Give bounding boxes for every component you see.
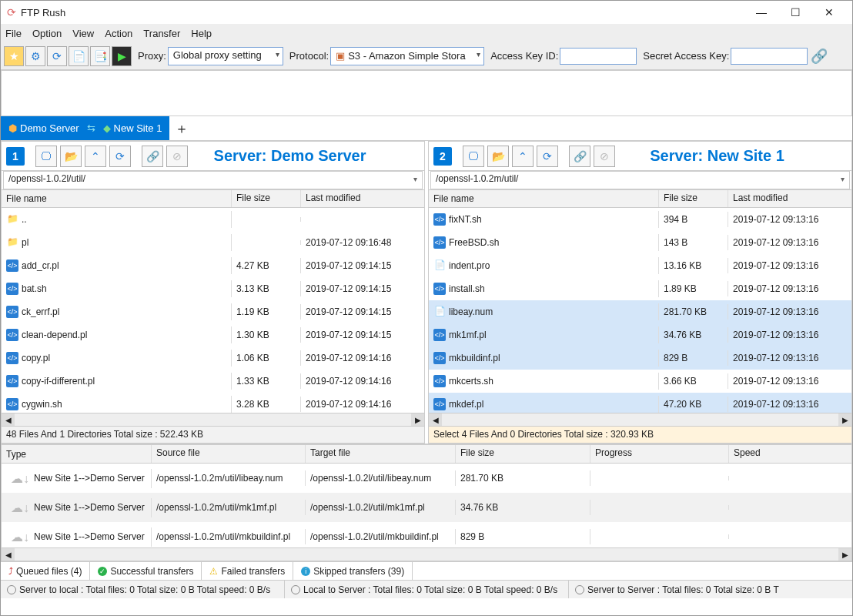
file-row[interactable]: </>mk1mf.pl34.76 KB2019-07-12 09:13:16: [429, 323, 851, 346]
close-button[interactable]: ✕: [812, 2, 846, 23]
queue-hscroll[interactable]: ◀▶: [2, 547, 851, 561]
menu-transfer[interactable]: Transfer: [143, 28, 180, 39]
pane-left-title: Server: Demo Server: [191, 147, 420, 165]
sync-icon: ⇆: [87, 122, 95, 134]
settings-icon[interactable]: ⚙: [25, 46, 45, 66]
disable-icon[interactable]: ⊘: [166, 146, 188, 167]
file-row[interactable]: </>clean-depend.pl1.30 KB2019-07-12 09:1…: [2, 323, 424, 346]
menu-action[interactable]: Action: [105, 28, 132, 39]
terminal-icon[interactable]: ▶: [112, 46, 132, 66]
file-modified: 2019-07-12 09:13:16: [728, 350, 851, 366]
qcol-speed[interactable]: Speed: [729, 445, 851, 463]
link-icon[interactable]: 🔗: [569, 146, 590, 167]
tab-connection[interactable]: ⬢ Demo Server ⇆ ◆ New Site 1: [1, 116, 169, 140]
menu-file[interactable]: File: [5, 28, 22, 39]
secret-key-input[interactable]: [731, 48, 808, 65]
document-icon[interactable]: 📄: [69, 46, 89, 66]
file-row[interactable]: 📁pl2019-07-12 09:16:48: [2, 231, 424, 254]
protocol-select[interactable]: ▣ S3 - Amazon Simple Stora: [330, 47, 484, 65]
file-row[interactable]: 📄libeay.num281.70 KB2019-07-12 09:13:16: [429, 300, 851, 323]
file-name: indent.pro: [449, 260, 490, 271]
connect-icon[interactable]: 🔗: [809, 46, 829, 66]
col-filename[interactable]: File name: [429, 190, 659, 207]
file-row[interactable]: </>mkbuildinf.pl829 B2019-07-12 09:13:16: [429, 346, 851, 370]
file-name: pl: [22, 237, 28, 248]
refresh-pane-icon[interactable]: ⟳: [537, 146, 558, 167]
refresh-pane-icon[interactable]: ⟳: [109, 146, 131, 167]
file-name: FreeBSD.sh: [449, 237, 499, 248]
monitor-icon[interactable]: 🖵: [35, 146, 57, 167]
menu-view[interactable]: View: [72, 28, 94, 39]
col-modified[interactable]: Last modified: [301, 190, 424, 207]
pane-left-filelist[interactable]: 📁..📁pl2019-07-12 09:16:48</>add_cr.pl4.2…: [2, 208, 424, 413]
menu-help[interactable]: Help: [191, 28, 212, 39]
file-row[interactable]: </>mkcerts.sh3.66 KB2019-07-12 09:13:16: [429, 370, 851, 393]
file-row[interactable]: </>copy-if-different.pl1.33 KB2019-07-12…: [2, 370, 424, 393]
file-row[interactable]: 📄indent.pro13.16 KB2019-07-12 09:13:16: [429, 254, 851, 277]
link-icon[interactable]: 🔗: [142, 146, 163, 167]
file-row[interactable]: </>cygwin.sh3.28 KB2019-07-12 09:14:16: [2, 393, 424, 413]
menu-option[interactable]: Option: [32, 28, 62, 39]
file-row[interactable]: </>copy.pl1.06 KB2019-07-12 09:14:16: [2, 346, 424, 370]
file-size: 143 B: [659, 235, 728, 250]
pane-right: 2 🖵 📂 ⌃ ⟳ 🔗 ⊘ Server: New Site 1 /openss…: [428, 141, 852, 444]
favorite-icon[interactable]: ★: [4, 46, 24, 66]
qcol-src[interactable]: Source file: [152, 445, 306, 463]
minimize-button[interactable]: —: [744, 2, 778, 23]
qcol-prog[interactable]: Progress: [590, 445, 729, 463]
tab-skipped[interactable]: iSkipped transfers (39): [293, 562, 413, 580]
tab-success[interactable]: ✓Successful transfers: [90, 562, 202, 580]
file-row[interactable]: </>mkdef.pl47.20 KB2019-07-12 09:13:16: [429, 393, 851, 413]
file-size: [232, 217, 301, 222]
folder-open-icon[interactable]: 📂: [487, 146, 509, 167]
col-modified[interactable]: Last modified: [728, 190, 851, 207]
file-size: [232, 240, 301, 245]
pane-right-filelist[interactable]: </>fixNT.sh394 B2019-07-12 09:13:16</>Fr…: [429, 208, 851, 413]
file-row[interactable]: </>ck_errf.pl1.19 KB2019-07-12 09:14:15: [2, 300, 424, 323]
pane-right-path[interactable]: /openssl-1.0.2m/util/: [430, 171, 850, 189]
status-footer: Server to local : Total files: 0 Total s…: [1, 580, 852, 598]
file-type-icon: 📄: [433, 259, 446, 272]
file-row[interactable]: </>add_cr.pl4.27 KB2019-07-12 09:14:15: [2, 254, 424, 277]
access-key-input[interactable]: [560, 48, 637, 65]
queue-row[interactable]: ☁↓New Site 1-->Demo Server/openssl-1.0.2…: [2, 522, 851, 547]
disable-icon[interactable]: ⊘: [594, 146, 615, 167]
tab-queued[interactable]: ⤴Queued files (4): [1, 562, 90, 580]
qcol-tgt[interactable]: Target file: [306, 445, 456, 463]
proxy-select[interactable]: Global proxy setting: [168, 47, 283, 65]
col-filename[interactable]: File name: [2, 190, 232, 207]
log-area[interactable]: [1, 70, 852, 116]
folder-open-icon[interactable]: 📂: [60, 146, 82, 167]
col-filesize[interactable]: File size: [232, 190, 301, 207]
file-type-icon: </>: [6, 398, 18, 410]
refresh-icon[interactable]: ⟳: [47, 46, 67, 66]
file-row[interactable]: 📁..: [2, 208, 424, 231]
file-row[interactable]: </>fixNT.sh394 B2019-07-12 09:13:16: [429, 208, 851, 231]
file-row[interactable]: </>FreeBSD.sh143 B2019-07-12 09:13:16: [429, 231, 851, 254]
file-row[interactable]: </>install.sh1.89 KB2019-07-12 09:13:16: [429, 277, 851, 300]
file-row[interactable]: </>bat.sh3.13 KB2019-07-12 09:14:15: [2, 277, 424, 300]
file-modified: 2019-07-12 09:13:16: [728, 281, 851, 296]
cloud-download-icon: ☁↓: [11, 471, 29, 486]
file-type-icon: </>: [433, 329, 446, 341]
qcol-size[interactable]: File size: [456, 445, 590, 463]
transfer-doc-icon[interactable]: 📑: [90, 46, 110, 66]
queue-row[interactable]: ☁↓New Site 1-->Demo Server/openssl-1.0.2…: [2, 493, 851, 522]
pane-left-hscroll[interactable]: ◀▶: [2, 413, 424, 426]
file-modified: 2019-07-12 09:13:16: [728, 373, 851, 389]
tab-add-button[interactable]: ＋: [169, 116, 194, 140]
file-size: 1.19 KB: [232, 304, 301, 320]
queue-list[interactable]: ☁↓New Site 1-->Demo Server/openssl-1.0.2…: [2, 464, 851, 547]
col-filesize[interactable]: File size: [659, 190, 728, 207]
up-icon[interactable]: ⌃: [85, 146, 106, 167]
file-name: cygwin.sh: [22, 399, 62, 410]
pane-left-path[interactable]: /openssl-1.0.2l/util/: [3, 171, 423, 189]
pane-right-hscroll[interactable]: ◀▶: [429, 413, 851, 426]
bottom-tabs: ⤴Queued files (4) ✓Successful transfers …: [1, 561, 852, 580]
tab-failed[interactable]: ⚠Failed transfers: [202, 562, 293, 580]
monitor-icon[interactable]: 🖵: [463, 146, 484, 167]
qcol-type[interactable]: Type: [2, 445, 152, 463]
queue-row[interactable]: ☁↓New Site 1-->Demo Server/openssl-1.0.2…: [2, 464, 851, 493]
up-icon[interactable]: ⌃: [512, 146, 534, 167]
maximize-button[interactable]: ☐: [778, 2, 812, 23]
